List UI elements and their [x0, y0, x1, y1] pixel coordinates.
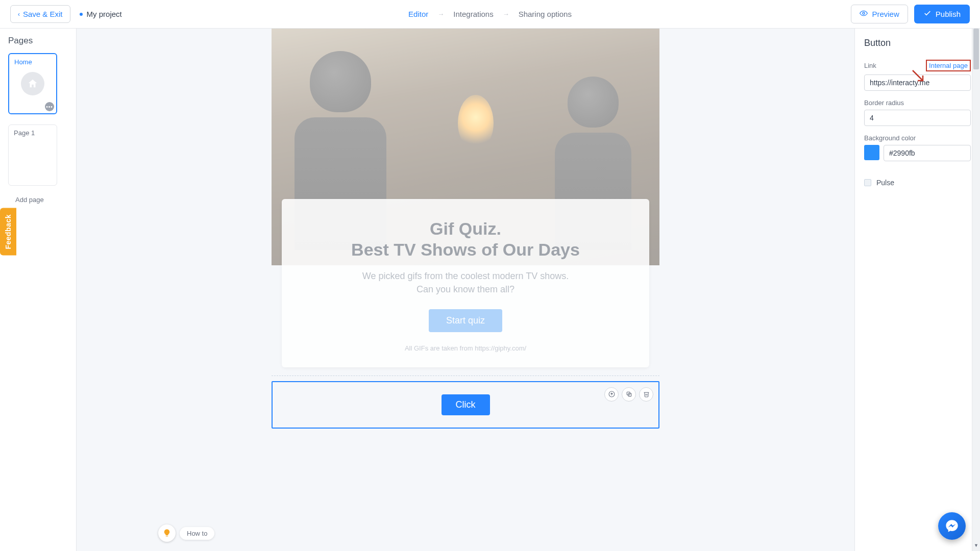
chevron-right-icon: →: [437, 10, 444, 18]
unsaved-dot-icon: [80, 13, 83, 16]
feedback-tab[interactable]: Feedback: [0, 208, 16, 256]
background-color-input[interactable]: [884, 145, 971, 161]
add-page-button[interactable]: Add page: [15, 196, 68, 204]
step-integrations[interactable]: Integrations: [453, 10, 493, 18]
button-block-selected[interactable]: Click: [272, 381, 659, 429]
page-card-home[interactable]: Home •••: [8, 53, 57, 114]
save-exit-label: Save & Exit: [23, 10, 63, 18]
properties-heading: Button: [864, 38, 971, 48]
page-card-page1[interactable]: Page 1: [8, 124, 57, 186]
page-card-label: Page 1: [14, 129, 52, 137]
link-label: Link: [864, 62, 876, 69]
quiz-credit: All GIFs are taken from https://giphy.co…: [297, 344, 634, 352]
color-swatch[interactable]: [864, 145, 879, 160]
start-quiz-button[interactable]: Start quiz: [429, 309, 502, 332]
pulse-label: Pulse: [876, 179, 894, 187]
duplicate-button[interactable]: [622, 387, 636, 402]
publish-button[interactable]: Publish: [914, 5, 970, 23]
publish-label: Publish: [936, 10, 961, 18]
annotation-arrow-icon: [912, 69, 926, 84]
delete-button[interactable]: [639, 387, 653, 402]
messenger-chat-button[interactable]: [938, 512, 966, 540]
preview-label: Preview: [872, 10, 899, 18]
how-to-button[interactable]: How to: [180, 527, 214, 540]
quiz-intro-card[interactable]: Gif Quiz. Best TV Shows of Our Days We p…: [282, 199, 649, 367]
svg-point-0: [863, 12, 865, 14]
preview-button[interactable]: Preview: [851, 5, 908, 23]
home-icon: [21, 72, 44, 95]
background-color-label: Background color: [864, 134, 971, 142]
editor-canvas[interactable]: Gif Quiz. Best TV Shows of Our Days We p…: [77, 29, 854, 551]
breadcrumb: Editor → Integrations → Sharing options: [408, 10, 572, 18]
pages-heading: Pages: [8, 36, 68, 46]
page-card-label: Home: [14, 58, 51, 66]
save-exit-button[interactable]: ‹ Save & Exit: [10, 5, 70, 23]
pages-sidebar: Pages Home ••• Page 1 Add page: [0, 29, 77, 551]
canvas-click-button[interactable]: Click: [442, 394, 490, 415]
border-radius-input[interactable]: [864, 110, 971, 126]
scroll-down-button[interactable]: ▼: [972, 543, 980, 551]
internal-page-link[interactable]: Internal page: [926, 60, 971, 71]
step-sharing[interactable]: Sharing options: [519, 10, 572, 18]
project-name-text: My project: [87, 10, 122, 18]
step-editor[interactable]: Editor: [408, 10, 428, 18]
eye-icon: [860, 9, 868, 19]
hero-flame: [458, 95, 494, 151]
chevron-right-icon: →: [503, 10, 509, 18]
check-icon: [923, 9, 932, 19]
svg-line-5: [913, 70, 923, 81]
block-divider: [272, 375, 659, 376]
move-up-button[interactable]: [604, 387, 619, 402]
vertical-scrollbar[interactable]: ▲ ▼: [972, 29, 980, 551]
project-name: My project: [80, 10, 122, 18]
quiz-title: Gif Quiz. Best TV Shows of Our Days: [297, 218, 634, 260]
quiz-subtitle: We picked gifs from the coolest modern T…: [297, 269, 634, 296]
scroll-thumb[interactable]: [973, 29, 979, 69]
pulse-checkbox[interactable]: [864, 179, 871, 186]
lightbulb-icon[interactable]: [158, 524, 176, 542]
chevron-left-icon: ‹: [18, 11, 20, 18]
page-card-menu-button[interactable]: •••: [45, 102, 54, 111]
border-radius-label: Border radius: [864, 99, 971, 107]
properties-panel: Button Link Internal page Border radius …: [854, 29, 980, 551]
